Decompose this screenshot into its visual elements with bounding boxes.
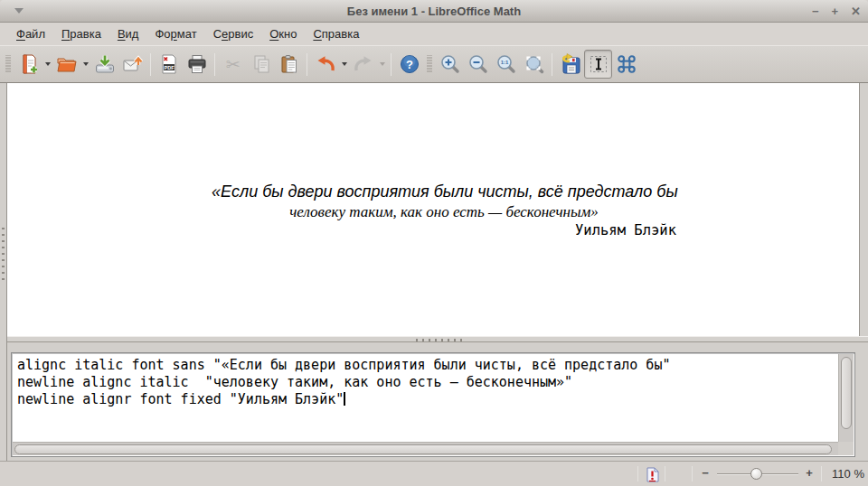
zoom-fit-button[interactable] bbox=[520, 50, 548, 79]
commands-panel: alignc italic font sans "«Если бы двери … bbox=[7, 342, 860, 461]
copy-icon bbox=[250, 53, 272, 75]
scrollbar-corner bbox=[838, 442, 854, 455]
copy-button[interactable] bbox=[247, 50, 275, 79]
paste-icon bbox=[278, 53, 300, 75]
scissors-icon: ✂ bbox=[226, 54, 241, 75]
window-right-margin bbox=[860, 83, 868, 461]
zoom-slider-knob[interactable] bbox=[750, 468, 762, 480]
horizontal-scrollbar[interactable] bbox=[13, 442, 838, 455]
statusbar-separator bbox=[821, 466, 822, 481]
zoom-100-icon: 1:1 bbox=[495, 53, 517, 75]
left-splitter-handle[interactable] bbox=[2, 228, 5, 280]
catalog-button[interactable] bbox=[612, 50, 640, 79]
formula-cursor-toggle[interactable] bbox=[584, 50, 612, 79]
toolbar-separator bbox=[307, 53, 307, 76]
menu-item-window[interactable]: Окно bbox=[261, 24, 305, 43]
help-icon: ? bbox=[399, 53, 420, 75]
statusbar-separator bbox=[665, 466, 665, 481]
command-line: newline alignr font fixed "Уильям Блэйк" bbox=[17, 391, 835, 408]
statusbar-separator bbox=[692, 466, 693, 481]
toolbar-separator bbox=[150, 53, 151, 76]
formula-line-2: человеку таким, как оно есть — бесконечн… bbox=[212, 202, 676, 221]
toolbar-separator bbox=[552, 53, 552, 76]
save-icon bbox=[94, 53, 116, 75]
toolbar-grip[interactable] bbox=[5, 55, 12, 73]
paste-button[interactable] bbox=[275, 50, 303, 79]
toolbar: PDF ✂ bbox=[0, 45, 868, 83]
update-button[interactable] bbox=[556, 50, 584, 79]
menu-item-help[interactable]: Справка bbox=[305, 24, 367, 43]
command-line: newline alignc italic "человеку таким, к… bbox=[17, 374, 835, 391]
redo-dropdown-arrow[interactable] bbox=[377, 50, 387, 79]
redo-icon bbox=[352, 53, 375, 75]
new-document-icon bbox=[18, 53, 40, 75]
menu-bar: ФайлПравкаВидФорматСервисОкноСправка bbox=[0, 23, 868, 45]
redo-button[interactable] bbox=[349, 50, 377, 79]
statusbar-separator bbox=[637, 466, 638, 481]
menu-item-view[interactable]: Вид bbox=[109, 24, 147, 43]
view-splitter-handle[interactable] bbox=[416, 339, 467, 341]
menu-item-tools[interactable]: Сервис bbox=[205, 24, 262, 43]
pdf-icon: PDF bbox=[158, 53, 180, 75]
zoom-out-button[interactable] bbox=[464, 50, 492, 79]
export-pdf-button[interactable]: PDF bbox=[155, 50, 183, 79]
zoom-100-button[interactable]: 1:1 bbox=[492, 50, 520, 79]
zoom-out-icon bbox=[467, 53, 489, 75]
new-dropdown-arrow[interactable] bbox=[42, 50, 52, 79]
vertical-scrollbar[interactable] bbox=[838, 354, 854, 442]
document-modified-icon bbox=[646, 467, 659, 482]
minimize-button[interactable]: − bbox=[812, 5, 819, 18]
cut-button[interactable]: ✂ bbox=[219, 50, 247, 79]
horizontal-scrollbar-thumb[interactable] bbox=[14, 444, 832, 454]
maximize-button[interactable]: + bbox=[832, 5, 839, 18]
document-modified-indicator[interactable] bbox=[644, 466, 661, 482]
printer-icon bbox=[186, 53, 208, 75]
zoom-level-value[interactable]: 110 % bbox=[825, 467, 864, 481]
toolbar-grip[interactable] bbox=[426, 55, 433, 73]
zoom-out-control[interactable]: − bbox=[699, 466, 712, 480]
title-bar: Без имени 1 - LibreOffice Math − + ✕ bbox=[0, 0, 868, 23]
zoom-fit-icon bbox=[524, 53, 545, 75]
toolbar-separator bbox=[391, 53, 392, 76]
menu-item-edit[interactable]: Правка bbox=[53, 24, 109, 43]
left-splitter[interactable] bbox=[0, 83, 7, 461]
update-icon bbox=[559, 53, 582, 75]
close-button[interactable]: ✕ bbox=[851, 5, 861, 18]
formula-line-3: Уильям Блэйк bbox=[212, 221, 676, 240]
formula-line-1: «Если бы двери восприятия были чисты, вс… bbox=[212, 182, 676, 202]
zoom-in-icon bbox=[439, 53, 461, 75]
undo-icon bbox=[314, 53, 337, 75]
print-button[interactable] bbox=[183, 50, 211, 79]
undo-dropdown-arrow[interactable] bbox=[339, 50, 349, 79]
commands-editor[interactable]: alignc italic font sans "«Если бы двери … bbox=[11, 352, 855, 457]
commands-text[interactable]: alignc italic font sans "«Если бы двери … bbox=[17, 357, 835, 440]
symbols-catalog-icon bbox=[616, 53, 637, 75]
save-button[interactable] bbox=[90, 50, 118, 79]
command-line: alignc italic font sans "«Если бы двери … bbox=[17, 357, 835, 374]
open-button[interactable] bbox=[52, 50, 80, 79]
open-folder-icon bbox=[56, 53, 78, 75]
text-cursor bbox=[344, 392, 345, 406]
zoom-in-control[interactable]: + bbox=[803, 466, 816, 480]
rendered-formula: «Если бы двери восприятия были чисты, вс… bbox=[212, 182, 676, 240]
formula-cursor-icon bbox=[588, 53, 609, 75]
help-button[interactable]: ? bbox=[395, 50, 423, 79]
vertical-scrollbar-thumb[interactable] bbox=[841, 357, 852, 429]
formula-view[interactable]: «Если бы двери восприятия были чисты, вс… bbox=[7, 83, 860, 336]
view-splitter[interactable] bbox=[7, 336, 868, 342]
svg-text:PDF: PDF bbox=[164, 65, 175, 70]
status-bar: − + 110 % bbox=[0, 461, 868, 486]
undo-button[interactable] bbox=[311, 50, 339, 79]
menu-item-file[interactable]: Файл bbox=[8, 24, 53, 43]
menu-item-format[interactable]: Формат bbox=[146, 24, 204, 43]
new-button[interactable] bbox=[14, 50, 42, 79]
window-title: Без имени 1 - LibreOffice Math bbox=[0, 5, 868, 18]
email-button[interactable] bbox=[118, 50, 146, 79]
email-icon bbox=[122, 53, 144, 75]
toolbar-separator bbox=[214, 53, 215, 76]
zoom-in-button[interactable] bbox=[436, 50, 464, 79]
open-dropdown-arrow[interactable] bbox=[80, 50, 90, 79]
svg-text:1:1: 1:1 bbox=[500, 60, 508, 65]
svg-text:?: ? bbox=[406, 58, 413, 71]
